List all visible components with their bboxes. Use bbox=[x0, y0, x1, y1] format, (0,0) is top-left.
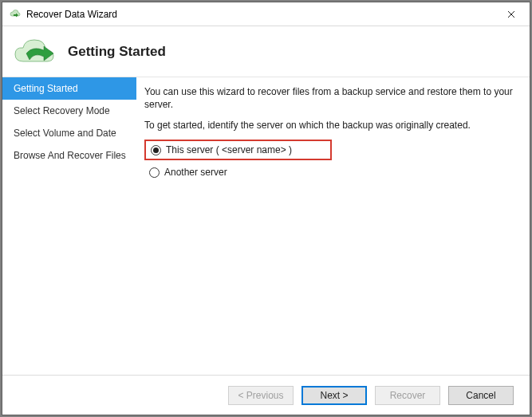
cancel-button[interactable]: Cancel bbox=[448, 386, 514, 405]
page-title: Getting Started bbox=[68, 44, 166, 60]
wizard-body: Getting Started Select Recovery Mode Sel… bbox=[2, 77, 530, 375]
titlebar: Recover Data Wizard bbox=[2, 2, 530, 26]
app-icon bbox=[9, 8, 22, 21]
radio-another-server[interactable] bbox=[149, 167, 160, 178]
close-button[interactable] bbox=[493, 2, 530, 26]
wizard-footer: < Previous Next > Recover Cancel bbox=[2, 375, 530, 415]
option-this-server[interactable]: This server ( <server name> ) bbox=[144, 140, 332, 160]
wizard-header: Getting Started bbox=[2, 26, 530, 77]
wizard-steps-sidebar: Getting Started Select Recovery Mode Sel… bbox=[2, 77, 136, 375]
intro-text: You can use this wizard to recover files… bbox=[144, 85, 517, 111]
step-select-volume-date[interactable]: Select Volume and Date bbox=[2, 122, 136, 144]
option-another-server[interactable]: Another server bbox=[146, 165, 517, 179]
step-select-recovery-mode[interactable]: Select Recovery Mode bbox=[2, 100, 136, 122]
step-getting-started[interactable]: Getting Started bbox=[2, 77, 136, 100]
next-button[interactable]: Next > bbox=[301, 386, 367, 405]
recover-button: Recover bbox=[375, 386, 440, 405]
wizard-content: You can use this wizard to recover files… bbox=[136, 77, 530, 375]
instruction-text: To get started, identify the server on w… bbox=[144, 119, 517, 132]
wizard-window: Recover Data Wizard Getting Started Gett… bbox=[2, 2, 530, 415]
radio-another-server-label: Another server bbox=[164, 167, 227, 178]
window-title: Recover Data Wizard bbox=[26, 9, 117, 20]
radio-this-server[interactable] bbox=[151, 145, 161, 155]
step-browse-recover-files[interactable]: Browse And Recover Files bbox=[2, 144, 136, 167]
previous-button: < Previous bbox=[228, 386, 294, 405]
cloud-recover-icon bbox=[12, 36, 57, 68]
radio-this-server-label: This server ( <server name> ) bbox=[166, 144, 292, 155]
